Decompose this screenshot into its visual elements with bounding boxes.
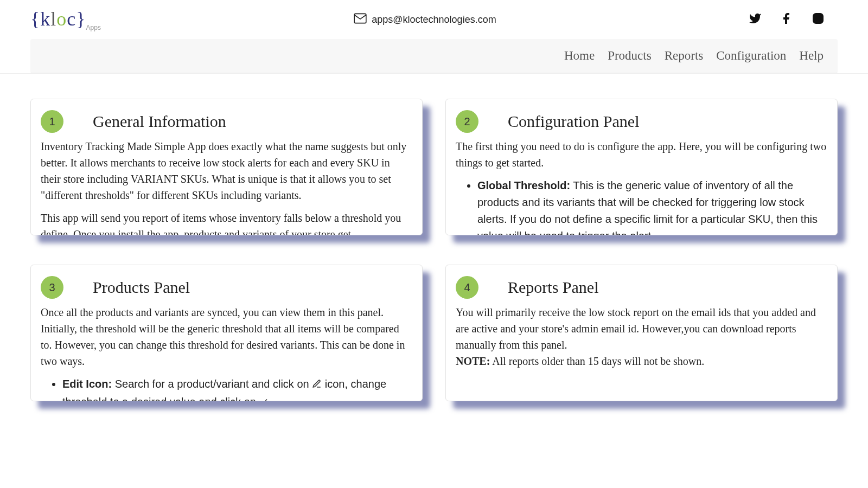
edit-icon — [312, 377, 322, 394]
step-badge: 2 — [456, 110, 478, 133]
contact-email-text: apps@kloctechnologies.com — [372, 14, 496, 25]
card-text: This app will send you report of items w… — [41, 210, 412, 235]
nav-help[interactable]: Help — [799, 49, 824, 63]
nav-home[interactable]: Home — [564, 49, 595, 63]
card-general-information: 1 General Information Inventory Tracking… — [30, 99, 423, 235]
main-nav: Home Products Reports Configuration Help — [30, 39, 838, 73]
card-text: You will primarily receive the low stock… — [456, 304, 827, 369]
nav-products[interactable]: Products — [608, 49, 652, 63]
card-configuration-panel: 2 Configuration Panel The first thing yo… — [445, 99, 838, 235]
bullet-text: Search for a product/variant and click o… — [112, 378, 312, 390]
nav-configuration[interactable]: Configuration — [716, 49, 786, 63]
card-title: Configuration Panel — [508, 112, 639, 131]
instagram-icon[interactable] — [812, 12, 825, 27]
list-item: Edit Icon: Search for a product/variant … — [62, 376, 412, 401]
note-label: NOTE: — [456, 355, 490, 367]
help-cards-grid: 1 General Information Inventory Tracking… — [0, 74, 868, 434]
bullet-label: Global Threshold: — [477, 179, 570, 191]
svg-point-3 — [820, 15, 821, 16]
card-text: Once all the products and variants are s… — [41, 304, 412, 369]
card-title: Reports Panel — [508, 278, 598, 297]
step-badge: 4 — [456, 276, 478, 299]
contact-email[interactable]: apps@kloctechnologies.com — [353, 11, 496, 28]
step-badge: 1 — [41, 110, 63, 133]
step-badge: 3 — [41, 276, 63, 299]
logo[interactable]: {kloc}Apps — [30, 8, 101, 31]
social-links — [749, 12, 835, 27]
nav-reports[interactable]: Reports — [665, 49, 704, 63]
svg-point-2 — [816, 16, 820, 21]
bullet-label: Edit Icon: — [62, 378, 112, 390]
card-text-body: You will primarily receive the low stock… — [456, 306, 816, 351]
card-reports-panel: 4 Reports Panel You will primarily recei… — [445, 265, 838, 401]
envelope-icon — [353, 11, 367, 28]
note-text: All reports older than 15 days will not … — [490, 355, 704, 367]
twitter-icon[interactable] — [749, 12, 762, 27]
list-item: Global Threshold: This is the generic va… — [477, 177, 827, 235]
top-bar: {kloc}Apps apps@kloctechnologies.com — [0, 0, 868, 39]
facebook-icon[interactable] — [780, 12, 793, 27]
svg-rect-0 — [354, 14, 366, 23]
logo-subtext: Apps — [86, 24, 101, 31]
card-title: Products Panel — [93, 278, 190, 297]
card-title: General Information — [93, 112, 226, 131]
check-icon — [259, 395, 269, 401]
card-text: The first thing you need to do is config… — [456, 138, 827, 171]
card-text: Inventory Tracking Made Simple App does … — [41, 138, 412, 203]
card-products-panel: 3 Products Panel Once all the products a… — [30, 265, 423, 401]
